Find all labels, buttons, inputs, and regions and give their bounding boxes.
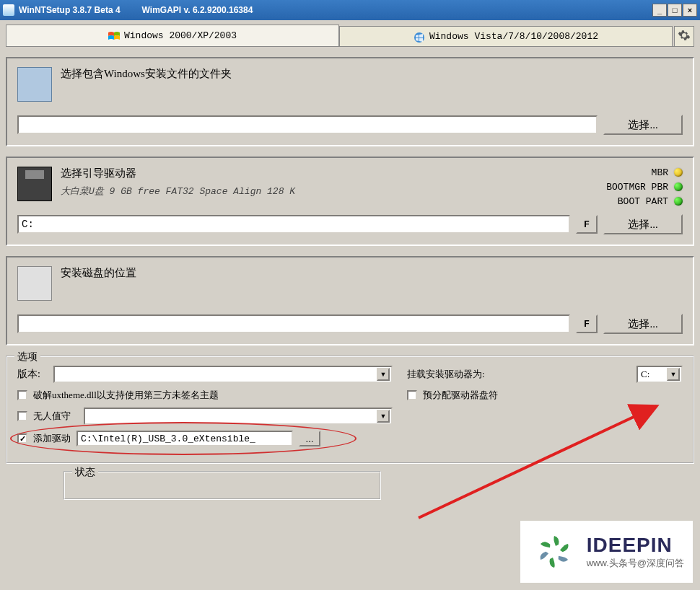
unattend-label: 无人值守 — [33, 410, 71, 423]
boot-status-lights: MBR BOOTMGR PBR BOOT PART — [606, 165, 683, 208]
panel-boot-sub: 大白菜U盘 9 GB free FAT32 Space Align 128 K — [61, 185, 683, 198]
options-group: 选项 版本: ▼ 破解uxtheme.dll以支持使用第三方未签名主题 无人值守… — [6, 356, 694, 464]
mbr-light-icon — [674, 168, 683, 177]
pbr-label: BOOTMGR PBR — [606, 182, 668, 193]
mbr-label: MBR — [652, 167, 668, 178]
tab-win-legacy[interactable]: Windows 2000/XP/2003 — [6, 25, 339, 46]
watermark: IDEEPIN www.头条号@深度问答 — [520, 521, 693, 583]
swirl-logo-icon — [529, 527, 579, 577]
status-legend: 状态 — [72, 466, 98, 479]
uxtheme-label: 破解uxtheme.dll以支持使用第三方未签名主题 — [33, 389, 219, 402]
panel-boot-title: 选择引导驱动器 — [61, 167, 683, 180]
minimize-button[interactable]: _ — [652, 4, 667, 17]
panel-install-title: 安装磁盘的位置 — [61, 266, 683, 280]
unattend-dropdown[interactable]: ▼ — [84, 408, 393, 425]
tabbar: Windows 2000/XP/2003 Windows Vista/7/8/1… — [0, 20, 700, 46]
install-path-input[interactable] — [17, 314, 570, 333]
version-label: 版本: — [17, 368, 48, 381]
pbr-light-icon — [674, 182, 683, 191]
settings-button[interactable] — [674, 26, 694, 46]
watermark-sub: www.头条号@深度问答 — [587, 557, 684, 570]
app-icon — [3, 4, 14, 16]
driver-path-input[interactable] — [76, 431, 293, 446]
maximize-button[interactable]: □ — [668, 4, 682, 17]
folder-icon — [17, 67, 52, 102]
panel-boot: MBR BOOTMGR PBR BOOT PART 选择引导驱动器 大白菜U盘 … — [6, 157, 694, 246]
disk-icon — [17, 266, 52, 301]
adddriver-label: 添加驱动 — [33, 432, 71, 445]
api-version: WimGAPI v. 6.2.9200.16384 — [142, 5, 253, 15]
adddriver-checkbox[interactable] — [17, 433, 27, 444]
boot-select-button[interactable]: 选择... — [603, 214, 683, 234]
boot-drive-input[interactable] — [17, 215, 570, 234]
install-f-button[interactable]: F — [576, 314, 598, 333]
tab-win-modern[interactable]: Windows Vista/7/8/10/2008/2012 — [339, 26, 673, 46]
watermark-brand: IDEEPIN — [587, 534, 684, 557]
dropdown-arrow-icon: ▼ — [377, 368, 390, 381]
windows-flag-icon — [108, 31, 120, 41]
titlebar: WinNTSetup 3.8.7 Beta 4 WimGAPI v. 6.2.9… — [0, 0, 700, 20]
panel-source-title: 选择包含Windows安装文件的文件夹 — [61, 67, 683, 81]
status-group: 状态 — [64, 471, 381, 500]
windows-orb-icon — [414, 32, 425, 42]
panel-source: 选择包含Windows安装文件的文件夹 选择... — [6, 57, 694, 146]
prealloc-checkbox[interactable] — [407, 390, 417, 400]
install-select-button[interactable]: 选择... — [603, 314, 683, 334]
version-dropdown[interactable]: ▼ — [53, 366, 393, 383]
mount-value: C: — [641, 369, 649, 380]
source-path-input[interactable] — [17, 115, 598, 134]
part-label: BOOT PART — [618, 196, 668, 207]
source-select-button[interactable]: 选择... — [603, 115, 683, 135]
tab-content: 选择包含Windows安装文件的文件夹 选择... MBR BOOTMGR PB… — [6, 46, 694, 506]
prealloc-label: 预分配驱动器盘符 — [423, 389, 498, 402]
window-title: WinNTSetup 3.8.7 Beta 4 — [19, 5, 121, 15]
options-legend: 选项 — [14, 351, 40, 364]
close-button[interactable]: × — [683, 4, 697, 17]
unattend-checkbox[interactable] — [17, 411, 27, 421]
dropdown-arrow-icon: ▼ — [377, 410, 390, 423]
part-light-icon — [674, 197, 683, 206]
tab-label: Windows 2000/XP/2003 — [124, 30, 237, 41]
boot-f-button[interactable]: F — [576, 215, 598, 234]
mount-dropdown[interactable]: C: ▼ — [636, 366, 683, 383]
gear-icon — [678, 29, 691, 45]
floppy-icon — [17, 167, 52, 201]
panel-install: 安装磁盘的位置 F 选择... — [6, 256, 694, 345]
mount-label: 挂载安装驱动器为: — [407, 368, 631, 381]
dropdown-arrow-icon: ▼ — [667, 368, 680, 381]
tab-label: Windows Vista/7/8/10/2008/2012 — [429, 31, 598, 42]
uxtheme-checkbox[interactable] — [17, 390, 27, 400]
driver-browse-button[interactable]: ... — [299, 431, 320, 446]
